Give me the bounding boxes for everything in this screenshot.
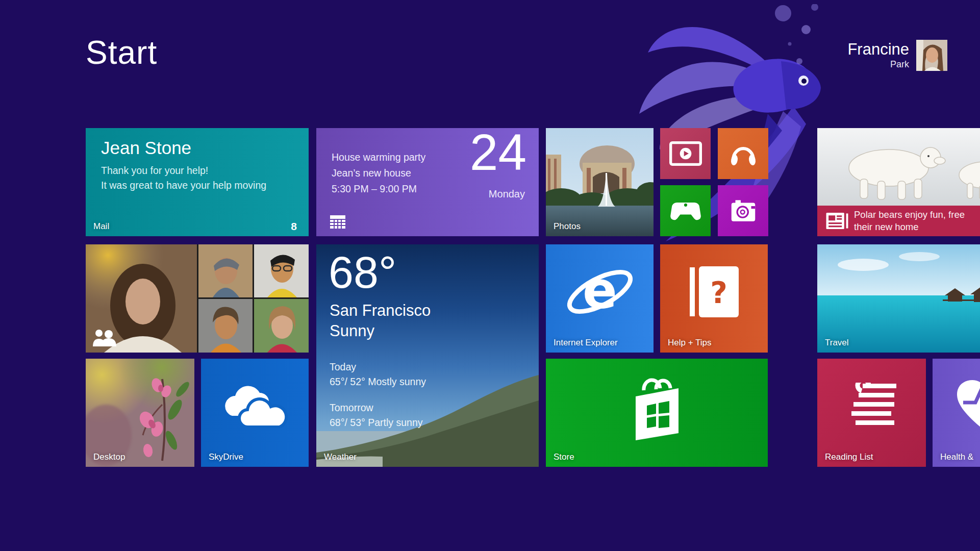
calendar-event-title: House warming party	[332, 149, 425, 165]
tile-news[interactable]: Polar bears enjoy fun, free their new ho…	[817, 128, 980, 236]
weather-tomorrow-label: Tomorrow	[330, 400, 423, 415]
tile-camera[interactable]	[718, 185, 768, 236]
tile-video[interactable]	[660, 128, 711, 179]
news-headline: Polar bears enjoy fun, free their new ho…	[854, 209, 965, 233]
travel-label: Travel	[825, 338, 849, 348]
people-photo-3	[254, 244, 309, 297]
photos-thumbnail	[546, 128, 654, 236]
tile-health-fitness[interactable]: Health &	[933, 359, 980, 467]
tile-photos[interactable]: Photos	[546, 128, 654, 236]
photos-label: Photos	[554, 221, 581, 232]
tile-reading-list[interactable]: Reading List	[817, 359, 926, 467]
weather-today-label: Today	[330, 360, 426, 374]
tile-internet-explorer[interactable]: e Internet Explorer	[546, 244, 654, 353]
people-photo-2	[198, 244, 253, 297]
weather-today: Today 65°/ 52° Mostly sunny	[330, 360, 426, 389]
tile-store[interactable]: Store	[546, 359, 768, 467]
people-photo-4	[198, 299, 253, 353]
user-account-button[interactable]: Francine Park	[847, 40, 947, 71]
news-headline-line2: their new home	[854, 221, 965, 233]
user-first-name: Francine	[847, 41, 909, 58]
help-tips-label: Help + Tips	[668, 338, 712, 348]
user-avatar[interactable]	[916, 40, 947, 71]
page-title: Start	[86, 34, 157, 71]
weather-today-forecast: 65°/ 52° Mostly sunny	[330, 374, 426, 389]
tile-people[interactable]	[86, 244, 309, 353]
reading-list-label: Reading List	[825, 452, 873, 462]
bubble	[775, 5, 791, 21]
store-label: Store	[554, 452, 574, 462]
calendar-event-location: Jean’s new house	[332, 165, 425, 181]
help-book-icon: ?	[690, 266, 739, 317]
video-icon	[669, 140, 702, 167]
user-last-name: Park	[847, 58, 909, 70]
news-photo-polar-bears	[817, 128, 980, 206]
desktop-wallpaper-thumbnail	[86, 359, 194, 467]
avatar-portrait	[916, 40, 947, 71]
people-photo-5	[254, 299, 309, 353]
tile-skydrive[interactable]: SkyDrive	[201, 359, 309, 467]
svg-text:?: ?	[710, 276, 727, 310]
mail-unread-badge: 8	[291, 220, 297, 233]
calendar-date-number: 24	[470, 128, 526, 180]
travel-beach-photo	[817, 244, 980, 353]
weather-condition: Sunny	[330, 322, 374, 340]
internet-explorer-icon: e	[562, 259, 638, 324]
tile-music[interactable]	[718, 128, 768, 179]
camera-icon	[727, 198, 759, 223]
weather-temperature: 68°	[329, 244, 396, 300]
tile-weather[interactable]: 68° San Francisco Sunny Today 65°/ 52° M…	[316, 244, 539, 467]
weather-city: San Francisco	[330, 302, 431, 320]
tile-desktop[interactable]: Desktop	[86, 359, 194, 467]
calendar-event-time: 5:30 PM – 9:00 PM	[332, 181, 425, 197]
reading-list-icon	[846, 383, 897, 430]
desktop-label: Desktop	[93, 452, 125, 462]
mail-sender: Jean Stone	[101, 138, 191, 158]
mail-label: Mail	[93, 221, 109, 232]
weather-label: Weather	[324, 452, 357, 462]
xbox-controller-icon	[670, 198, 701, 223]
health-fitness-label: Health &	[940, 452, 973, 462]
tile-help-tips[interactable]: ? Help + Tips	[660, 244, 768, 353]
bubble	[796, 58, 802, 64]
tile-games[interactable]	[660, 185, 711, 236]
start-screen: Start Francine Park Jean Stone Thank you…	[0, 0, 980, 551]
bubble	[788, 42, 792, 46]
internet-explorer-label: Internet Explorer	[554, 338, 618, 348]
tile-mail[interactable]: Jean Stone Thank you for your help! It w…	[86, 128, 309, 236]
weather-tomorrow: Tomorrow 68°/ 53° Partly sunny	[330, 400, 423, 430]
bubble	[801, 25, 811, 34]
store-bag-icon	[624, 370, 690, 442]
calendar-icon	[330, 214, 345, 229]
tile-calendar[interactable]: House warming party Jean’s new house 5:3…	[316, 128, 539, 236]
calendar-date-day: Monday	[489, 188, 525, 200]
news-headline-line1: Polar bears enjoy fun, free	[854, 209, 965, 221]
weather-tomorrow-forecast: 68°/ 53° Partly sunny	[330, 415, 423, 430]
tile-travel[interactable]: Travel	[817, 244, 980, 353]
skydrive-clouds-icon	[222, 384, 288, 428]
svg-text:e: e	[583, 261, 617, 320]
calendar-event: House warming party Jean’s new house 5:3…	[332, 149, 425, 197]
mail-preview-line1: Thank you for your help!	[101, 165, 208, 177]
headphones-icon	[729, 139, 758, 168]
health-heart-icon	[956, 379, 980, 433]
news-icon	[825, 211, 849, 231]
people-icon	[93, 329, 116, 346]
news-headline-bar: Polar bears enjoy fun, free their new ho…	[817, 206, 980, 236]
user-name: Francine Park	[847, 40, 909, 70]
bubble	[811, 4, 818, 11]
skydrive-label: SkyDrive	[209, 452, 243, 462]
mail-preview-line2: It was great to have your help moving	[101, 180, 266, 191]
